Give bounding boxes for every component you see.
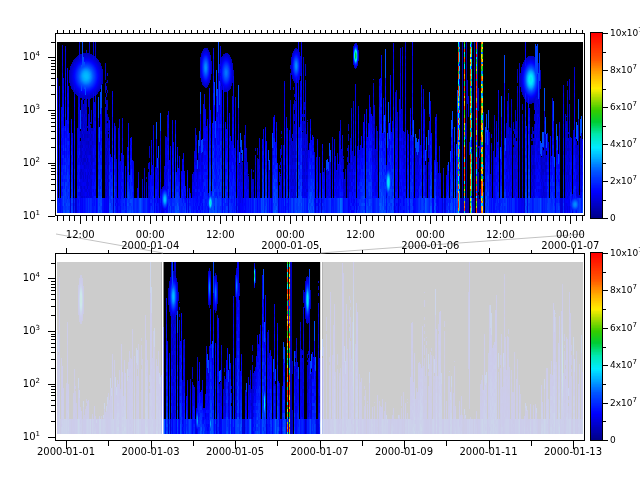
tick-mark [244, 30, 245, 33]
tick-mark [174, 30, 175, 33]
tick-mark [603, 144, 608, 145]
tick-mark [168, 30, 169, 33]
colorbar-bottom [590, 252, 603, 441]
tick-mark [378, 216, 379, 221]
tick-mark [553, 216, 554, 221]
tick-mark [104, 216, 105, 221]
tick-mark [51, 147, 55, 148]
x-tick-date-label: 2000-01-06 [401, 240, 459, 251]
tick-mark [603, 33, 608, 34]
tick-mark [191, 30, 192, 33]
tick-mark [156, 216, 157, 221]
y-tick-label: 103 [6, 105, 40, 115]
tick-mark [144, 216, 145, 221]
tick-mark [603, 181, 608, 182]
tick-mark [362, 250, 363, 253]
tick-mark [448, 216, 449, 221]
tick-mark [401, 216, 402, 221]
tick-mark [255, 30, 256, 33]
tick-mark [151, 248, 152, 253]
tick-mark [48, 278, 55, 279]
tick-mark [51, 315, 55, 316]
tick-mark [51, 179, 55, 180]
tick-mark [413, 30, 414, 33]
tick-mark [51, 334, 55, 335]
tick-mark [390, 216, 391, 221]
tick-mark [51, 118, 55, 119]
tick-mark [518, 216, 519, 221]
tick-mark [603, 200, 606, 201]
tick-mark [121, 30, 122, 33]
tick-mark [603, 89, 606, 90]
tick-mark [51, 395, 55, 396]
x-tick-time-label: 00:00 [136, 229, 165, 240]
tick-mark [582, 30, 583, 33]
tick-mark [232, 30, 233, 33]
tick-mark [530, 216, 531, 221]
tick-mark [57, 30, 58, 33]
tick-mark [51, 66, 55, 67]
tick-mark [51, 69, 55, 70]
tick-mark [430, 28, 431, 33]
tick-mark [308, 216, 309, 221]
tick-mark [203, 216, 204, 221]
x-tick-date-label: 2000-01-09 [375, 446, 433, 457]
tick-mark [48, 57, 55, 58]
tick-mark [51, 336, 55, 337]
tick-mark [603, 365, 608, 366]
tick-mark [51, 299, 55, 300]
tick-mark [238, 30, 239, 33]
tick-mark [139, 30, 140, 33]
tick-mark [582, 216, 583, 221]
tick-mark [603, 290, 608, 291]
tick-mark [284, 30, 285, 33]
colorbar-tick-label: 10x107 [610, 249, 640, 258]
tick-mark [436, 30, 437, 33]
tick-mark [553, 30, 554, 33]
tick-mark [193, 441, 194, 446]
tick-mark [395, 216, 396, 221]
tick-mark [407, 216, 408, 221]
tick-mark [506, 216, 507, 221]
tick-mark [489, 248, 490, 253]
tick-mark [603, 218, 608, 219]
tick-mark [51, 352, 55, 353]
colorbar-tick-label: 6x107 [610, 323, 637, 332]
tick-mark [267, 216, 268, 221]
tick-mark [603, 403, 608, 404]
tick-mark [74, 30, 75, 33]
tick-mark [235, 248, 236, 253]
tick-mark [220, 28, 221, 33]
tick-mark [277, 441, 278, 446]
y-tick-label: 102 [6, 158, 40, 168]
colorbar-tick-label: 0 [610, 214, 616, 223]
tick-mark [267, 30, 268, 33]
tick-mark [104, 30, 105, 33]
tick-mark [51, 306, 55, 307]
tick-mark [372, 216, 373, 221]
tick-mark [489, 30, 490, 33]
y-tick-label: 101 [6, 211, 40, 221]
tick-mark [512, 216, 513, 221]
tick-mark [325, 30, 326, 33]
tick-mark [603, 163, 606, 164]
tick-mark [565, 216, 566, 221]
tick-mark [48, 110, 55, 111]
tick-mark [115, 30, 116, 33]
colorbar-tick-label: 6x107 [610, 103, 637, 112]
tick-mark [51, 78, 55, 79]
tick-mark [320, 30, 321, 33]
tick-mark [156, 30, 157, 33]
tick-mark [284, 216, 285, 221]
tick-mark [407, 30, 408, 33]
tick-mark [51, 138, 55, 139]
colorbar-tick-label: 4x107 [610, 361, 637, 370]
tick-mark [109, 216, 110, 221]
tick-mark [603, 328, 608, 329]
x-tick-date-label: 2000-01-03 [121, 446, 179, 457]
tick-mark [308, 30, 309, 33]
tick-mark [448, 30, 449, 33]
tick-mark [535, 30, 536, 33]
tick-mark [290, 28, 291, 33]
tick-mark [565, 30, 566, 33]
